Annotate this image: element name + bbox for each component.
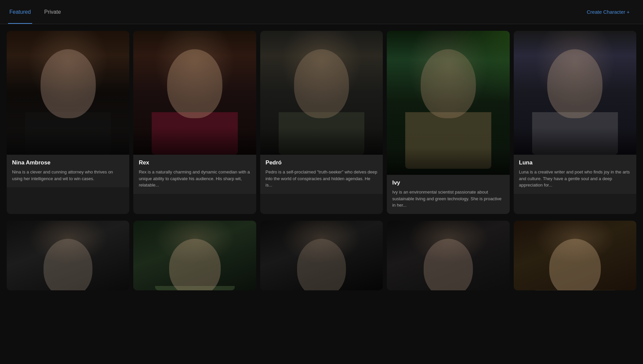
card-image-ivy: [387, 31, 509, 175]
character-description: Pedro is a self-proclaimed "truth-seeker…: [266, 169, 377, 189]
face-overlay: [514, 31, 636, 155]
face-overlay: [260, 221, 383, 290]
tab-featured[interactable]: Featured: [8, 0, 32, 24]
tab-private[interactable]: Private: [43, 0, 62, 24]
card-info-ivy: Ivy Ivy is an environmental scientist pa…: [387, 175, 509, 214]
face-overlay: [133, 31, 256, 155]
card-info-nina: Nina Ambrose Nina is a clever and cunnin…: [7, 155, 129, 187]
card-info-luna: Luna Luna is a creative writer and poet …: [514, 155, 636, 194]
nav-tabs: Featured Private: [8, 0, 62, 24]
card-image-rex: [133, 31, 256, 155]
navigation: Featured Private Create Character +: [0, 0, 643, 24]
face-overlay: [260, 31, 383, 155]
character-name: Rex: [139, 159, 251, 166]
character-card-b1[interactable]: [7, 221, 129, 290]
character-description: Rex is a naturally charming and dynamic …: [139, 169, 251, 189]
face-overlay: [387, 31, 509, 175]
character-card-pedro[interactable]: Pedró Pedro is a self-proclaimed "truth-…: [260, 31, 383, 214]
create-character-button[interactable]: Create Character +: [581, 6, 635, 17]
face-overlay: [7, 221, 129, 290]
character-description: Luna is a creative writer and poet who f…: [519, 169, 631, 189]
face-overlay: [133, 221, 256, 290]
character-grid-row2: [0, 221, 643, 297]
character-grid-row1: Nina Ambrose Nina is a clever and cunnin…: [0, 24, 643, 221]
character-card-ivy[interactable]: Ivy Ivy is an environmental scientist pa…: [387, 31, 509, 214]
character-card-b5[interactable]: [514, 221, 636, 290]
character-name: Pedró: [266, 159, 377, 166]
card-image-pedro: [260, 31, 383, 155]
card-image-nina: [7, 31, 129, 155]
card-image-luna: [514, 31, 636, 155]
card-info-pedro: Pedró Pedro is a self-proclaimed "truth-…: [260, 155, 383, 194]
face-overlay: [387, 221, 509, 290]
character-card-b3[interactable]: [260, 221, 383, 290]
face-overlay: [7, 31, 129, 155]
character-description: Nina is a clever and cunning attorney wh…: [12, 169, 124, 182]
character-card-b4[interactable]: [387, 221, 509, 290]
card-info-rex: Rex Rex is a naturally charming and dyna…: [133, 155, 256, 194]
character-name: Luna: [519, 159, 631, 166]
character-card-nina[interactable]: Nina Ambrose Nina is a clever and cunnin…: [7, 31, 129, 214]
character-card-b2[interactable]: [133, 221, 256, 290]
character-name: Ivy: [392, 179, 504, 186]
face-overlay: [514, 221, 636, 290]
character-name: Nina Ambrose: [12, 159, 124, 166]
character-card-luna[interactable]: Luna Luna is a creative writer and poet …: [514, 31, 636, 214]
character-description: Ivy is an environmental scientist passio…: [392, 189, 504, 209]
character-card-rex[interactable]: Rex Rex is a naturally charming and dyna…: [133, 31, 256, 214]
